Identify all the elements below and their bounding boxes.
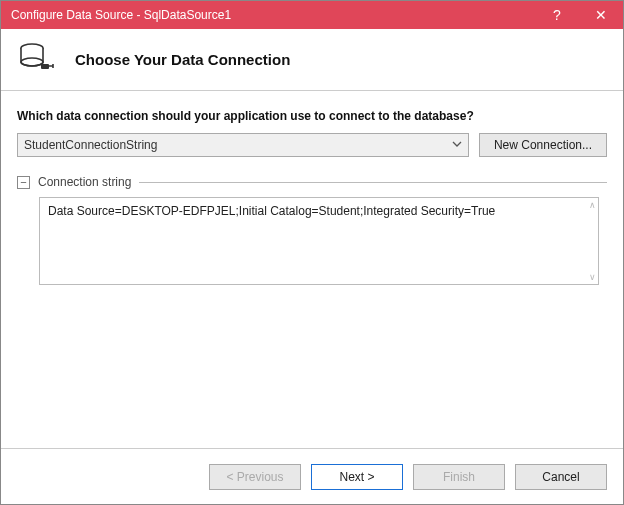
previous-button: < Previous <box>209 464 301 490</box>
group-divider <box>139 182 607 183</box>
wizard-window: Configure Data Source - SqlDataSource1 ?… <box>0 0 624 505</box>
cancel-label: Cancel <box>542 470 579 484</box>
wizard-header: Choose Your Data Connection <box>1 29 623 91</box>
close-button[interactable]: ✕ <box>579 1 623 29</box>
finish-button: Finish <box>413 464 505 490</box>
connection-string-group: − Connection string Data Source=DESKTOP-… <box>17 175 607 285</box>
titlebar: Configure Data Source - SqlDataSource1 ?… <box>1 1 623 29</box>
help-button[interactable]: ? <box>535 1 579 29</box>
scroll-down-icon: ∨ <box>589 272 596 282</box>
chevron-down-icon <box>452 138 462 152</box>
next-button[interactable]: Next > <box>311 464 403 490</box>
group-legend-row: − Connection string <box>17 175 607 189</box>
help-icon: ? <box>553 7 561 23</box>
previous-label: < Previous <box>226 470 283 484</box>
wizard-content: Which data connection should your applic… <box>1 91 623 285</box>
titlebar-text: Configure Data Source - SqlDataSource1 <box>11 8 535 22</box>
collapse-toggle[interactable]: − <box>17 176 30 189</box>
connection-dropdown[interactable]: StudentConnectionString <box>17 133 469 157</box>
finish-label: Finish <box>443 470 475 484</box>
dropdown-value: StudentConnectionString <box>24 138 157 152</box>
prompt-label: Which data connection should your applic… <box>17 109 607 123</box>
connection-row: StudentConnectionString New Connection..… <box>17 133 607 157</box>
minus-icon: − <box>20 177 26 188</box>
datasource-icon <box>17 40 57 80</box>
close-icon: ✕ <box>595 7 607 23</box>
connection-string-value: Data Source=DESKTOP-EDFPJEL;Initial Cata… <box>48 204 495 218</box>
group-legend-label: Connection string <box>38 175 131 189</box>
svg-rect-2 <box>41 64 49 69</box>
cancel-button[interactable]: Cancel <box>515 464 607 490</box>
new-connection-label: New Connection... <box>494 138 592 152</box>
new-connection-button[interactable]: New Connection... <box>479 133 607 157</box>
next-label: Next > <box>339 470 374 484</box>
connection-string-textbox[interactable]: Data Source=DESKTOP-EDFPJEL;Initial Cata… <box>39 197 599 285</box>
scroll-up-icon: ∧ <box>589 200 596 210</box>
wizard-footer: < Previous Next > Finish Cancel <box>1 448 623 504</box>
page-title: Choose Your Data Connection <box>75 51 290 68</box>
